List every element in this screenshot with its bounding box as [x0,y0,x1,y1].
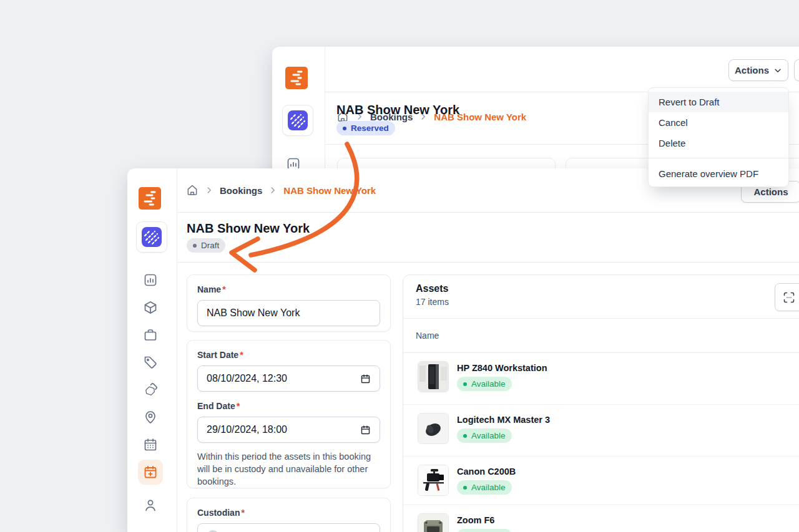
end-date-label: End Date* [197,401,380,411]
page-title: NAB Show New York [187,220,310,236]
required-asterisk: * [241,508,244,518]
actions-button-label: Actions [735,65,769,75]
asset-status-badge: Available [457,428,512,443]
header-divider [177,212,799,213]
tags-icon[interactable] [143,382,158,397]
actions-dropdown-menu: Revert to Draft Cancel Delete Generate o… [648,87,789,187]
categories-tag-icon[interactable] [143,355,158,370]
workspace-avatar[interactable] [282,105,313,136]
required-asterisk: * [240,350,243,360]
menu-item-generate-pdf[interactable]: Generate overview PDF [649,163,788,184]
asset-status-badge: Available [457,377,512,391]
assets-column-header: Name [403,319,799,353]
assets-panel-header: Assets 17 items [403,275,799,319]
asset-row[interactable]: Logitech MX Master 3 Available [403,405,799,457]
team-user-icon[interactable] [143,498,158,513]
status-badge: Reserved [336,121,395,135]
chevron-right-icon [205,186,213,195]
menu-divider [649,158,788,158]
start-date-input[interactable]: 08/10/2024, 12:30 [197,365,380,392]
chevron-right-icon [268,186,277,195]
asset-status-badge: Available [457,480,512,495]
logitech-mouse-image [418,414,448,443]
asset-name[interactable]: Zoom F6 [457,515,512,525]
assets-title: Assets [416,283,799,294]
menu-item-revert-to-draft[interactable]: Revert to Draft [649,92,788,112]
bookings-calendar-plus-icon[interactable] [143,465,158,480]
chevron-down-icon [773,66,782,75]
canon-camera-image [418,465,448,495]
page-title: NAB Show New York [336,102,459,118]
asset-row[interactable]: HP Z840 Workstation Available [403,353,799,405]
zoom-f6-image [418,514,448,532]
custodian-label: Custodian* [197,508,380,518]
shelf-logo[interactable] [285,67,308,89]
breadcrumb-current: NAB Show New York [283,185,376,196]
kits-briefcase-icon[interactable] [143,327,158,342]
calendar-icon[interactable] [143,437,158,452]
status-dot [343,127,346,130]
actions-button[interactable]: Actions [728,59,788,81]
required-asterisk: * [237,401,240,411]
calendar-picker-icon[interactable] [360,374,371,384]
name-input[interactable]: NAB Show New York [197,300,380,326]
asset-thumbnail [418,513,449,532]
required-asterisk: * [222,284,225,294]
status-dot [193,244,197,248]
workspace-avatar[interactable] [136,221,167,253]
name-card: Name* NAB Show New York [187,274,391,332]
workspace-avatar-art [142,227,162,247]
name-label: Name* [197,284,380,294]
custodian-select[interactable] [197,523,380,532]
asset-thumbnail [418,361,449,392]
hp-z840-image [418,362,448,392]
asset-status-badge: Available [457,529,512,532]
status-badge: Draft [187,238,225,253]
title-divider [177,262,799,263]
secondary-actions-button[interactable] [794,59,799,81]
asset-name[interactable]: Logitech MX Master 3 [457,415,550,425]
asset-row[interactable]: Canon C200B Available [403,457,799,505]
breadcrumb: Bookings NAB Show New York [186,183,376,198]
start-date-label: Start Date* [197,350,380,360]
asset-name[interactable]: Canon C200B [457,467,516,476]
front-sidebar [127,168,177,532]
home-icon[interactable] [186,184,199,196]
workspace-avatar-art [288,110,308,130]
menu-item-delete[interactable]: Delete [649,133,788,153]
calendar-picker-icon[interactable] [360,425,371,435]
assets-panel: Assets 17 items Name HP [403,274,799,532]
asset-row[interactable]: Zoom F6 Available [403,505,799,532]
asset-thumbnail [418,465,449,496]
asset-thumbnail [418,413,449,444]
asset-name[interactable]: HP Z840 Workstation [457,363,547,373]
booking-period-note: Within this period the assets in this bo… [197,450,380,488]
shelf-logo[interactable] [139,187,161,210]
locations-pin-icon[interactable] [143,410,158,425]
dashboard-icon[interactable] [143,273,158,288]
scan-icon [783,291,795,304]
custodian-card: Custodian* [187,498,391,532]
assets-cube-icon[interactable] [143,300,158,315]
front-window: Bookings NAB Show New York Actions NAB S… [127,168,799,532]
assets-count: 17 items [416,297,799,307]
menu-item-cancel[interactable]: Cancel [649,112,788,133]
end-date-input[interactable]: 29/10/2024, 18:00 [197,417,380,443]
scan-qr-button[interactable] [775,283,799,311]
dates-card: Start Date* 08/10/2024, 12:30 End Date* … [187,340,391,488]
breadcrumb-bookings[interactable]: Bookings [220,185,262,196]
actions-button-label: Actions [753,186,788,197]
